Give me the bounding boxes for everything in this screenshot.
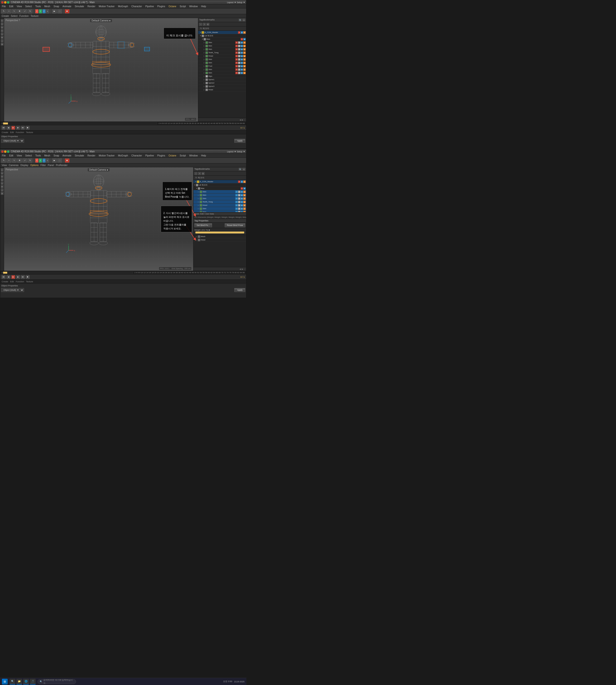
left-icon-5[interactable]: ◎ (1, 33, 4, 35)
menu-character-1[interactable]: Character (131, 5, 143, 8)
menu-character-2[interactable]: Character (131, 154, 143, 157)
menu-animate-2[interactable]: Animate (62, 154, 72, 157)
pb-last-2[interactable]: ⏭ (21, 275, 25, 279)
left-icon-2-2[interactable]: ⊕ (1, 172, 4, 174)
tree-row-skin-1c[interactable]: ▷ Skin ✕ ⊞ ◈ ▲ (198, 48, 246, 51)
menu-mesh-2[interactable]: Mesh (44, 154, 51, 157)
tool-scale-2[interactable]: ⤢ (22, 158, 27, 163)
pb-record-1[interactable]: ⏺ (26, 126, 29, 130)
pb-last-1[interactable]: ⏭ (21, 126, 25, 130)
rp-tab-bookmarks-2[interactable]: Bookmarks (199, 168, 210, 171)
left-icon-6[interactable]: ✱ (1, 36, 4, 39)
tree-row-skin-2d[interactable]: ▷ Skin ✓ ⊞ ◈ ▲ (194, 207, 246, 210)
left-icon-2-3[interactable]: ⊞ (1, 175, 4, 178)
left-icon-2-6[interactable]: ✱ (1, 185, 4, 188)
close-btn-2[interactable] (1, 150, 4, 153)
sub-create-1[interactable]: Create (2, 15, 9, 17)
apply-btn-1[interactable]: Apply (234, 139, 245, 143)
tree-row-head-1[interactable]: ▷ Head ✕ ⊞ ◈ ▲ (198, 55, 246, 58)
tool-create-2[interactable]: + (6, 158, 11, 163)
tree-row-skin-1f[interactable]: ▷ Skin ✕ ⊞ ◈ ▲ (198, 68, 246, 71)
sub-texture-1[interactable]: Texture (30, 15, 39, 17)
menu-script-1[interactable]: Script (179, 5, 187, 8)
resize-handle-1[interactable]: ◀ ▶ ↕ (198, 118, 246, 122)
tree-row-head2-1[interactable]: ▷ Head (198, 88, 246, 91)
menu-plugins-2[interactable]: Plugins (157, 154, 166, 157)
left-icon-1[interactable]: ◈ (1, 19, 4, 22)
status-create-1[interactable]: Create (2, 131, 8, 134)
menu-script-2[interactable]: Script (179, 154, 187, 157)
tool-mode-1[interactable]: ✎ (1, 9, 6, 14)
sub-panel-2[interactable]: Panel (48, 164, 54, 167)
pb-prev-2[interactable]: ◀ (6, 275, 10, 279)
rp-search-icon-1[interactable]: 🔍 (239, 19, 242, 21)
left-icon-2-4[interactable]: ⊟ (1, 178, 4, 181)
tree-row-spine1-1[interactable]: ▷ Spine1 (198, 78, 246, 81)
tree-row-skin-1g[interactable]: ▷ Skin ✕ ⊞ ◈ ▲ (198, 71, 246, 74)
tool-move-1[interactable]: ✥ (17, 9, 22, 14)
menu-render-2[interactable]: Render (87, 154, 96, 157)
min-btn-2[interactable] (4, 150, 6, 153)
menu-pipeline-1[interactable]: Pipeline (145, 5, 155, 8)
pb-first-1[interactable]: ⏮ (2, 126, 5, 130)
left-icon-2-7[interactable]: ⊿ (1, 189, 4, 191)
sub-select-1[interactable]: Select (11, 15, 18, 17)
tool-y-1[interactable]: Y (39, 9, 42, 14)
rp-group-icon-1[interactable]: ▤ (206, 23, 210, 26)
menu-tools-1[interactable]: Tools (35, 5, 42, 8)
menu-snap-1[interactable]: Snap (53, 5, 60, 8)
status-texture-1[interactable]: Texture (26, 131, 33, 134)
status-texture-2[interactable]: Texture (26, 280, 33, 283)
close-btn-1[interactable] (1, 1, 4, 4)
left-icon-2[interactable]: ⊕ (1, 22, 4, 25)
tool-x-2[interactable]: X (35, 158, 39, 163)
menu-render-1[interactable]: Render (87, 5, 96, 8)
menu-file-1[interactable]: File (1, 5, 6, 8)
tool-select-1[interactable]: ↖ (12, 9, 17, 14)
menu-mesh-1[interactable]: Mesh (44, 5, 51, 8)
min-btn-1[interactable] (4, 1, 6, 4)
tree-row-head-bottom-2[interactable]: ▷ Head (194, 238, 246, 242)
sub-view-2[interactable]: View (2, 164, 7, 167)
tree-row-skin-2c[interactable]: ▷ Skin ✓ ⊞ ◈ ▲ (194, 197, 246, 200)
menu-window-2[interactable]: Window (189, 154, 199, 157)
menu-help-2[interactable]: Help (200, 154, 207, 157)
tool-x-1[interactable]: X (35, 9, 39, 14)
tree-row-spine2-1[interactable]: ▷ Spine2 (198, 81, 246, 85)
rig-handle-left[interactable] (43, 47, 50, 52)
menu-octane-1[interactable]: Octane (168, 5, 177, 8)
menu-simulate-2[interactable]: Simulate (74, 154, 85, 157)
rp-delete-icon-1[interactable]: ✕ (203, 23, 206, 26)
menu-pipeline-2[interactable]: Pipeline (145, 154, 155, 157)
status-function-1[interactable]: Function (16, 131, 24, 134)
resize-handle-2[interactable]: ◀ ▶ ↕ (194, 267, 246, 271)
pb-prev-1[interactable]: ◀ (6, 126, 10, 130)
tool-render-2[interactable]: ▶ (52, 158, 57, 163)
menu-mograph-2[interactable]: MoGraph (117, 154, 129, 157)
tree-row-skin-2b[interactable]: ▷ Skin ✓ ⊞ ◈ ▲ (194, 194, 246, 197)
tool-record-1[interactable]: ⏺ (65, 9, 69, 14)
menu-animate-1[interactable]: Animate (62, 5, 72, 8)
rp-tab-tags-2[interactable]: Tags (194, 168, 199, 171)
tree-row-skin-1e[interactable]: ▷ Skin ✕ ⊞ ◈ ▲ (198, 61, 246, 65)
left-icon-4[interactable]: ⊟ (1, 29, 4, 32)
set-bind-pose-btn-2[interactable]: Set Bind Po... (194, 223, 212, 227)
rp-group-icon-2[interactable]: ▤ (202, 172, 204, 175)
status-edit-2[interactable]: Edit (10, 280, 14, 283)
tree-row-man-2[interactable]: ▼ Man ✕ ◈ (194, 187, 246, 190)
menu-view-2[interactable]: View (16, 154, 23, 157)
pb-play-2[interactable]: ▶ (11, 275, 15, 279)
tool-render-1[interactable]: ▶ (52, 9, 57, 14)
sub-filter-2[interactable]: Filter (40, 164, 46, 167)
status-create-2[interactable]: Create (2, 280, 8, 283)
reset-bind-pose-btn-2[interactable]: Reset Bind Pose (225, 223, 245, 227)
tree-row-head-2[interactable]: ▷ Head ✓ ⊞ ◈ ▲ (194, 204, 246, 207)
rp-search-icon-2[interactable]: 🔍 (239, 168, 242, 171)
menu-window-1[interactable]: Window (189, 5, 199, 8)
tool-scale-1[interactable]: ⤢ (22, 9, 27, 14)
tree-row-lb-2[interactable]: ▼ LB 체크의 (194, 184, 246, 187)
sub-display-2[interactable]: Display (20, 164, 28, 167)
tool-create-1[interactable]: + (6, 9, 11, 14)
pb-next-1[interactable]: ▶ (16, 126, 20, 130)
tool-render-region-1[interactable]: ⬚ (57, 9, 62, 14)
